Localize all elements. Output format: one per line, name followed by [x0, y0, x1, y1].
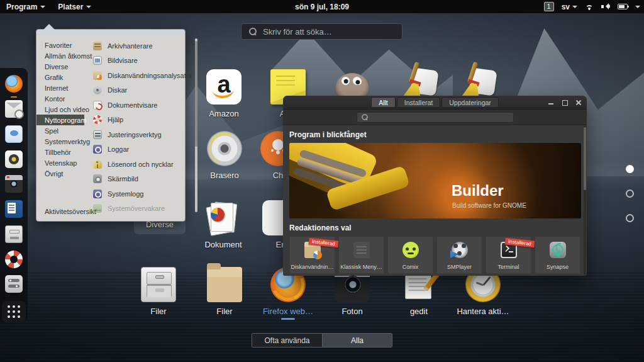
dock-music[interactable] — [3, 149, 25, 169]
menu-item-hjalp[interactable]: Hjälp — [93, 113, 192, 128]
menu-item-bildvisare[interactable]: Bildvisare — [93, 54, 192, 69]
page-dot-2[interactable] — [626, 189, 634, 198]
category-nyttoprogram[interactable]: Nyttoprogram — [36, 115, 84, 125]
category-systemverktyg[interactable]: Systemverktyg — [36, 136, 84, 147]
dock-camera[interactable] — [3, 174, 25, 194]
category-ovrigt[interactable]: Övrigt — [36, 168, 84, 179]
software-content: Program i blickfånget Builder Build soft… — [283, 125, 587, 275]
top-bar: Program Platser sön 9 jul, 18:09 1 sv — [0, 0, 644, 13]
writer-document-icon — [5, 200, 23, 218]
software-window: Allt Installerat Uppdateringar Program i… — [283, 96, 587, 276]
grid-app-amazon[interactable]: a Amazon — [189, 69, 258, 118]
dock-writer[interactable] — [3, 200, 25, 219]
overview-search-input[interactable]: Skriv för att söka… — [241, 23, 402, 40]
tab-uppdateringar[interactable]: Uppdateringar — [441, 97, 499, 108]
lifebuoy-help-icon — [5, 251, 23, 268]
chat-icon — [5, 125, 23, 143]
menu-item-loggar[interactable]: Loggar — [93, 142, 192, 157]
category-diverse[interactable]: Diverse — [36, 61, 84, 72]
page-dot-1[interactable] — [626, 165, 634, 173]
system-menu-chevron-icon[interactable] — [635, 6, 640, 8]
system-monitor-icon — [93, 204, 102, 213]
tile-comix[interactable]: Comix — [387, 236, 433, 274]
menu-item-systemovervakare[interactable]: Systemövervakare — [93, 201, 192, 217]
dock-firefox[interactable] — [3, 74, 25, 94]
disc-burner-icon — [207, 131, 242, 166]
software-headerbar[interactable]: Allt Installerat Uppdateringar — [283, 96, 587, 110]
menu-item-justeringsverktyg[interactable]: Justeringsverktyg — [93, 127, 192, 142]
mail-icon — [5, 100, 23, 118]
tweaks-icon — [93, 130, 102, 139]
maximize-icon[interactable] — [562, 99, 568, 106]
logs-icon — [93, 145, 102, 154]
menu-item-losenord-och-nycklar[interactable]: Lösenord och nycklar — [93, 157, 192, 172]
wifi-icon[interactable] — [585, 4, 594, 10]
camera-icon — [5, 175, 23, 193]
running-indicator — [281, 318, 295, 320]
category-internet[interactable]: Internet — [36, 82, 84, 93]
volume-icon[interactable] — [601, 3, 610, 10]
broom-icon — [460, 64, 496, 99]
tile-smplayer[interactable]: SMPlayer — [436, 236, 482, 274]
tile-synapse[interactable]: Synapse — [535, 236, 580, 274]
category-favoriter[interactable]: Favoriter — [36, 40, 84, 50]
screenshot-icon — [93, 174, 102, 183]
menu-item-systemlogg[interactable]: Systemlogg — [93, 186, 192, 201]
system-log-icon — [93, 189, 102, 198]
category-grafik[interactable]: Grafik — [36, 72, 84, 82]
running-indicator — [11, 96, 17, 98]
synapse-icon — [550, 242, 566, 258]
page-dot-3[interactable] — [626, 214, 634, 222]
menu-item-arkivhanterare[interactable]: Arkivhanterare — [93, 38, 192, 54]
tab-allt[interactable]: Allt — [371, 97, 396, 108]
comix-icon — [402, 242, 419, 258]
editors-picks-row: Installerad Diskanvändnin… Klassisk Meny… — [289, 236, 584, 274]
category-spel[interactable]: Spel — [36, 125, 84, 136]
menu-item-dokumentvisare[interactable]: Dokumentvisare — [93, 98, 192, 113]
music-player-icon — [5, 150, 23, 168]
broom-icon — [402, 64, 437, 99]
tweaks-icon — [5, 275, 23, 293]
software-search-box[interactable] — [357, 112, 514, 123]
software-tab-group: Allt Installerat Uppdateringar — [371, 97, 499, 108]
menu-item-diskar[interactable]: Diskar — [93, 83, 192, 98]
search-icon — [249, 28, 257, 35]
menu-item-skarmbild[interactable]: Skärmbild — [93, 172, 192, 187]
menu-item-diskanvandningsanalysator[interactable]: Diskanvändningsanalysator — [93, 68, 192, 83]
file-cabinet-icon — [5, 225, 23, 243]
battery-icon[interactable] — [618, 4, 628, 9]
category-ljud-och-video[interactable]: Ljud och video — [36, 104, 84, 115]
software-search-input[interactable] — [372, 114, 509, 121]
tab-installerat[interactable]: Installerat — [397, 97, 441, 108]
menu-scrollbar[interactable] — [195, 38, 197, 212]
software-scrollbar[interactable] — [584, 126, 586, 274]
category-vetenskap[interactable]: Vetenskap — [36, 157, 84, 168]
tab-alla[interactable]: Alla — [322, 334, 392, 347]
featured-banner-builder[interactable]: Builder Build software for GNOME — [289, 143, 581, 218]
dock-help[interactable] — [3, 249, 25, 269]
workspace-indicator[interactable]: 1 — [544, 2, 554, 11]
minimize-icon[interactable] — [548, 99, 554, 106]
dock-files[interactable] — [3, 224, 25, 244]
category-allman-atkomst[interactable]: Allmän åtkomst — [36, 50, 84, 61]
dock-chat[interactable] — [3, 124, 25, 144]
category-kontor[interactable]: Kontor — [36, 93, 84, 104]
app-view-switcher: Ofta använda Alla — [252, 333, 392, 348]
tile-diskanvandning[interactable]: Installerad Diskanvändnin… — [289, 236, 335, 274]
grid-app-filer-folder[interactable]: Filer — [190, 267, 259, 316]
disks-icon — [93, 86, 102, 94]
dock-tweaks[interactable] — [3, 274, 25, 294]
show-applications-button[interactable] — [2, 301, 26, 322]
system-status-area: 1 sv — [544, 0, 640, 13]
tab-ofta-anvanda[interactable]: Ofta använda — [252, 334, 322, 347]
picks-heading: Redaktionens val — [289, 223, 584, 232]
grid-app-filer-cabinet[interactable]: Filer — [124, 267, 193, 316]
tile-klassisk-meny[interactable]: Klassisk Meny… — [338, 236, 384, 274]
tile-terminal[interactable]: Installerad Terminal — [486, 236, 531, 274]
keyboard-layout-button[interactable]: sv — [562, 3, 577, 11]
software-toolbar — [283, 110, 587, 125]
grid-app-cleaner-2[interactable] — [443, 64, 513, 99]
category-tillbehor[interactable]: Tillbehör — [36, 147, 84, 157]
dock-evolution[interactable] — [3, 99, 25, 119]
close-icon[interactable] — [575, 99, 582, 106]
